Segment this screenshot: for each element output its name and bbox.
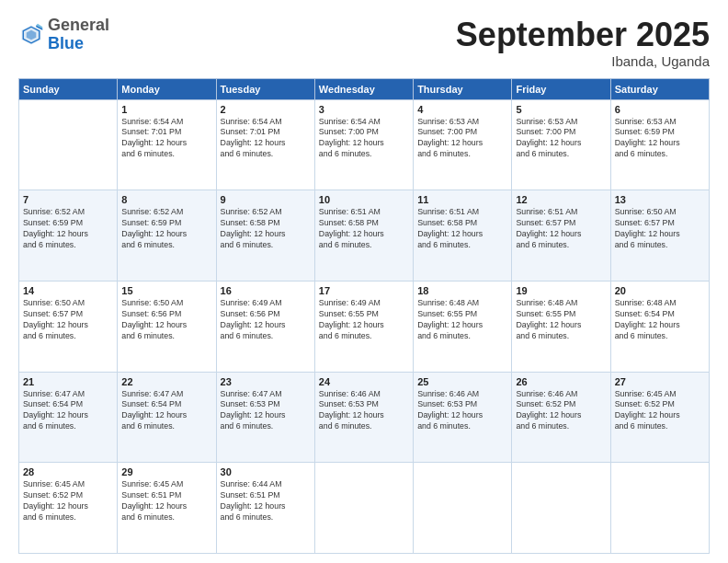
calendar-week-row: 1Sunrise: 6:54 AM Sunset: 7:01 PM Daylig…: [19, 99, 710, 190]
day-number: 4: [417, 104, 507, 115]
day-info: Sunrise: 6:45 AM Sunset: 6:52 PM Dayligh…: [23, 479, 113, 523]
page: General Blue September 2025 Ibanda, Ugan…: [0, 0, 728, 563]
col-friday: Friday: [512, 78, 610, 99]
day-info: Sunrise: 6:46 AM Sunset: 6:53 PM Dayligh…: [319, 389, 409, 433]
day-number: 10: [319, 194, 409, 205]
calendar-header-row: Sunday Monday Tuesday Wednesday Thursday…: [19, 78, 710, 99]
calendar-cell: 7Sunrise: 6:52 AM Sunset: 6:59 PM Daylig…: [19, 190, 118, 282]
day-number: 3: [319, 104, 409, 115]
calendar-cell: 1Sunrise: 6:54 AM Sunset: 7:01 PM Daylig…: [118, 99, 216, 190]
day-number: 27: [615, 376, 705, 387]
calendar-cell: 27Sunrise: 6:45 AM Sunset: 6:52 PM Dayli…: [610, 372, 709, 463]
col-wednesday: Wednesday: [314, 78, 413, 99]
day-number: 11: [417, 194, 507, 205]
day-info: Sunrise: 6:54 AM Sunset: 7:01 PM Dayligh…: [121, 117, 211, 161]
day-number: 24: [319, 376, 409, 387]
calendar-cell: [314, 463, 413, 554]
day-number: 30: [221, 466, 311, 477]
day-info: Sunrise: 6:45 AM Sunset: 6:51 PM Dayligh…: [121, 479, 211, 523]
day-info: Sunrise: 6:52 AM Sunset: 6:58 PM Dayligh…: [221, 207, 311, 251]
day-info: Sunrise: 6:48 AM Sunset: 6:54 PM Dayligh…: [615, 298, 705, 342]
calendar: Sunday Monday Tuesday Wednesday Thursday…: [18, 78, 710, 554]
day-info: Sunrise: 6:48 AM Sunset: 6:55 PM Dayligh…: [417, 298, 507, 342]
day-number: 1: [121, 104, 211, 115]
calendar-cell: 11Sunrise: 6:51 AM Sunset: 6:58 PM Dayli…: [414, 190, 512, 282]
day-info: Sunrise: 6:44 AM Sunset: 6:51 PM Dayligh…: [221, 479, 311, 523]
day-number: 16: [221, 285, 311, 296]
calendar-cell: 21Sunrise: 6:47 AM Sunset: 6:54 PM Dayli…: [19, 372, 118, 463]
day-info: Sunrise: 6:45 AM Sunset: 6:52 PM Dayligh…: [615, 389, 705, 433]
calendar-cell: 10Sunrise: 6:51 AM Sunset: 6:58 PM Dayli…: [314, 190, 413, 282]
day-info: Sunrise: 6:50 AM Sunset: 6:57 PM Dayligh…: [615, 207, 705, 251]
day-info: Sunrise: 6:47 AM Sunset: 6:54 PM Dayligh…: [121, 389, 211, 433]
day-info: Sunrise: 6:51 AM Sunset: 6:57 PM Dayligh…: [516, 207, 606, 251]
calendar-cell: 12Sunrise: 6:51 AM Sunset: 6:57 PM Dayli…: [512, 190, 610, 282]
day-info: Sunrise: 6:50 AM Sunset: 6:56 PM Dayligh…: [121, 298, 211, 342]
day-info: Sunrise: 6:52 AM Sunset: 6:59 PM Dayligh…: [23, 207, 113, 251]
calendar-cell: 8Sunrise: 6:52 AM Sunset: 6:59 PM Daylig…: [118, 190, 216, 282]
calendar-cell: 24Sunrise: 6:46 AM Sunset: 6:53 PM Dayli…: [314, 372, 413, 463]
day-number: 21: [23, 376, 113, 387]
day-info: Sunrise: 6:49 AM Sunset: 6:56 PM Dayligh…: [221, 298, 311, 342]
calendar-cell: [610, 463, 709, 554]
day-number: 18: [417, 285, 507, 296]
calendar-week-row: 14Sunrise: 6:50 AM Sunset: 6:57 PM Dayli…: [19, 281, 710, 372]
day-number: 22: [121, 376, 211, 387]
day-info: Sunrise: 6:47 AM Sunset: 6:54 PM Dayligh…: [23, 389, 113, 433]
calendar-cell: 4Sunrise: 6:53 AM Sunset: 7:00 PM Daylig…: [414, 99, 512, 190]
day-number: 5: [516, 104, 606, 115]
day-number: 28: [23, 466, 113, 477]
logo-blue: Blue: [48, 34, 84, 52]
calendar-cell: 23Sunrise: 6:47 AM Sunset: 6:53 PM Dayli…: [216, 372, 314, 463]
calendar-cell: 18Sunrise: 6:48 AM Sunset: 6:55 PM Dayli…: [414, 281, 512, 372]
day-info: Sunrise: 6:51 AM Sunset: 6:58 PM Dayligh…: [417, 207, 507, 251]
calendar-cell: 28Sunrise: 6:45 AM Sunset: 6:52 PM Dayli…: [19, 463, 118, 554]
calendar-body: 1Sunrise: 6:54 AM Sunset: 7:01 PM Daylig…: [19, 99, 710, 553]
calendar-week-row: 21Sunrise: 6:47 AM Sunset: 6:54 PM Dayli…: [19, 372, 710, 463]
day-number: 17: [319, 285, 409, 296]
calendar-cell: 22Sunrise: 6:47 AM Sunset: 6:54 PM Dayli…: [118, 372, 216, 463]
day-number: 6: [615, 104, 705, 115]
col-monday: Monday: [118, 78, 216, 99]
calendar-cell: 16Sunrise: 6:49 AM Sunset: 6:56 PM Dayli…: [216, 281, 314, 372]
calendar-cell: 25Sunrise: 6:46 AM Sunset: 6:53 PM Dayli…: [414, 372, 512, 463]
day-number: 15: [121, 285, 211, 296]
calendar-cell: 2Sunrise: 6:54 AM Sunset: 7:01 PM Daylig…: [216, 99, 314, 190]
day-info: Sunrise: 6:52 AM Sunset: 6:59 PM Dayligh…: [121, 207, 211, 251]
calendar-cell: 20Sunrise: 6:48 AM Sunset: 6:54 PM Dayli…: [610, 281, 709, 372]
day-info: Sunrise: 6:51 AM Sunset: 6:58 PM Dayligh…: [319, 207, 409, 251]
logo-general: General: [48, 16, 109, 34]
calendar-cell: 6Sunrise: 6:53 AM Sunset: 6:59 PM Daylig…: [610, 99, 709, 190]
day-info: Sunrise: 6:53 AM Sunset: 7:00 PM Dayligh…: [417, 117, 507, 161]
logo-icon: [18, 22, 44, 48]
location: Ibanda, Uganda: [456, 53, 710, 69]
day-info: Sunrise: 6:46 AM Sunset: 6:52 PM Dayligh…: [516, 389, 606, 433]
calendar-cell: 3Sunrise: 6:54 AM Sunset: 7:00 PM Daylig…: [314, 99, 413, 190]
day-info: Sunrise: 6:47 AM Sunset: 6:53 PM Dayligh…: [221, 389, 311, 433]
day-info: Sunrise: 6:49 AM Sunset: 6:55 PM Dayligh…: [319, 298, 409, 342]
day-info: Sunrise: 6:53 AM Sunset: 7:00 PM Dayligh…: [516, 117, 606, 161]
col-saturday: Saturday: [610, 78, 709, 99]
calendar-cell: 14Sunrise: 6:50 AM Sunset: 6:57 PM Dayli…: [19, 281, 118, 372]
col-thursday: Thursday: [414, 78, 512, 99]
title-block: September 2025 Ibanda, Uganda: [456, 17, 710, 69]
header: General Blue September 2025 Ibanda, Ugan…: [18, 17, 710, 69]
day-number: 23: [221, 376, 311, 387]
day-number: 12: [516, 194, 606, 205]
month-title: September 2025: [456, 17, 710, 53]
day-number: 20: [615, 285, 705, 296]
day-info: Sunrise: 6:54 AM Sunset: 7:01 PM Dayligh…: [221, 117, 311, 161]
day-number: 13: [615, 194, 705, 205]
day-info: Sunrise: 6:46 AM Sunset: 6:53 PM Dayligh…: [417, 389, 507, 433]
col-sunday: Sunday: [19, 78, 118, 99]
day-number: 2: [221, 104, 311, 115]
calendar-cell: 17Sunrise: 6:49 AM Sunset: 6:55 PM Dayli…: [314, 281, 413, 372]
calendar-cell: 5Sunrise: 6:53 AM Sunset: 7:00 PM Daylig…: [512, 99, 610, 190]
logo-text: General Blue: [48, 17, 109, 53]
calendar-cell: [414, 463, 512, 554]
day-info: Sunrise: 6:48 AM Sunset: 6:55 PM Dayligh…: [516, 298, 606, 342]
day-info: Sunrise: 6:50 AM Sunset: 6:57 PM Dayligh…: [23, 298, 113, 342]
day-number: 9: [221, 194, 311, 205]
day-number: 25: [417, 376, 507, 387]
calendar-cell: 26Sunrise: 6:46 AM Sunset: 6:52 PM Dayli…: [512, 372, 610, 463]
